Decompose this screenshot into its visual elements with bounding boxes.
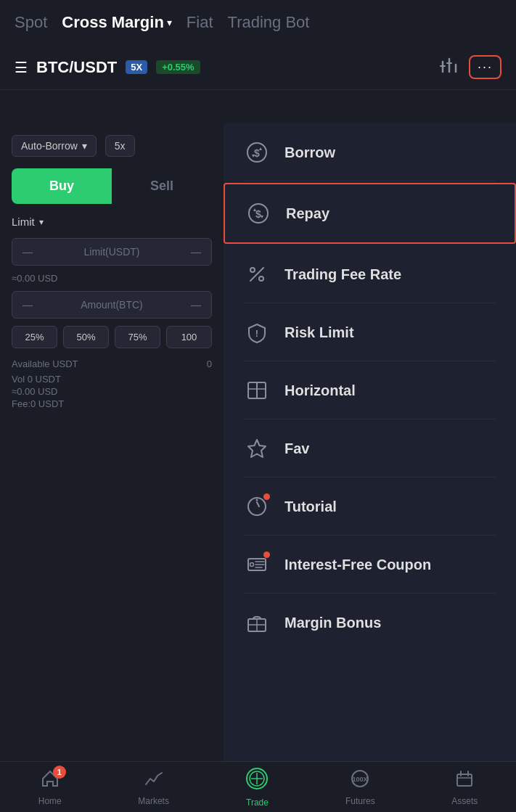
risk-limit-label: Risk Limit [284,324,354,341]
trade-tab-label: Trade [246,797,269,808]
amount-input-row[interactable]: — Amount(BTC) — [12,291,212,319]
svg-point-19 [256,499,258,501]
available-row: Available USDT 0 [12,358,212,369]
home-badge: 1 [53,766,66,779]
percent-icon [244,261,270,287]
menu-item-risk-limit[interactable]: ! Risk Limit [224,303,516,361]
nav-tab-markets[interactable]: Markets [138,768,169,806]
futures-tab-label: Futures [345,796,375,806]
trading-fee-rate-label: Trading Fee Rate [284,266,401,283]
svg-point-21 [250,563,254,567]
menu-item-borrow[interactable]: $ Borrow [224,123,516,181]
pct-25-button[interactable]: 25% [12,326,57,348]
buy-button[interactable]: Buy [12,168,112,204]
svg-line-11 [250,268,263,281]
pct-100-button[interactable]: 100 [166,326,212,348]
header-actions: ··· [440,55,501,79]
nav-cross-margin-label: Cross Margin [62,13,164,32]
nav-tab-futures[interactable]: 100X Futures [345,768,375,806]
horizontal-label: Horizontal [284,382,356,399]
svg-text:!: ! [255,328,258,339]
borrow-label: Borrow [284,144,335,161]
trading-pair[interactable]: BTC/USDT [36,58,117,77]
coupon-label: Interest-Free Coupon [284,557,431,573]
vol-row: Vol 0 USDT [12,374,212,385]
svg-text:$: $ [254,147,260,159]
svg-point-10 [259,276,263,281]
hamburger-icon[interactable]: ☰ [15,59,28,76]
svg-point-9 [250,268,255,272]
futures-icon: 100X [350,768,370,793]
menu-item-margin-bonus[interactable]: Margin Bonus [224,594,516,652]
risk-icon: ! [244,319,270,345]
minus-icon: — [22,299,33,311]
markets-tab-label: Markets [138,796,169,806]
nav-spot[interactable]: Spot [15,13,47,32]
order-type-label: Limit [12,216,35,228]
assets-tab-label: Assets [451,796,478,806]
horizontal-icon [244,377,270,403]
nav-fiat[interactable]: Fiat [187,13,213,32]
repay-label: Repay [286,205,329,222]
trade-panel: Auto-Borrow ▾ 5x Buy Sell Limit ▾ — Limi… [0,123,224,761]
bonus-label: Margin Bonus [284,615,381,631]
auto-borrow-button[interactable]: Auto-Borrow ▾ [12,135,97,157]
buy-sell-toggle: Buy Sell [12,168,212,204]
dropdown-menu: $ Borrow $ Repay Trading Fee [224,123,516,761]
plus-icon: — [191,246,201,258]
amount-input-label: Amount(BTC) [33,299,191,311]
auto-borrow-row: Auto-Borrow ▾ 5x [12,135,212,157]
svg-text:$: $ [255,208,261,220]
menu-item-tutorial[interactable]: Tutorial [224,477,516,536]
trade-icon [245,767,269,795]
bottom-navigation: 1 Home Markets Trade 100X [0,761,516,812]
svg-marker-16 [248,440,266,457]
order-type-row: Limit ▾ [12,216,212,228]
usd-approx: ≈0.00 USD [12,273,212,284]
menu-item-trading-fee-rate[interactable]: Trading Fee Rate [224,245,516,303]
assets-icon [454,768,475,793]
fav-label: Fav [284,440,309,457]
chevron-down-icon: ▾ [167,17,172,28]
menu-item-interest-free-coupon[interactable]: Interest-Free Coupon [224,536,516,594]
star-icon [244,435,270,462]
minus-icon: — [22,246,33,258]
coupon-icon [244,551,270,578]
pct-50-button[interactable]: 50% [63,326,109,348]
svg-text:100X: 100X [353,776,368,783]
svg-line-18 [257,502,259,507]
header-bar: ☰ BTC/USDT 5X +0.55% ··· [0,45,516,90]
more-button[interactable]: ··· [469,55,501,79]
markets-icon [144,768,164,793]
svg-rect-34 [457,774,472,786]
order-type-chevron: ▾ [39,217,44,227]
fee-row: Fee:0 USDT [12,398,212,409]
menu-item-fav[interactable]: Fav [224,419,516,477]
menu-item-repay[interactable]: $ Repay [224,183,516,244]
available-label: Available USDT [12,358,78,369]
limit-input-label: Limit(USDT) [33,246,191,258]
chevron-down-icon: ▾ [82,140,87,152]
leverage-selector[interactable]: 5x [105,135,135,157]
plus-icon: — [191,299,201,311]
available-value: 0 [207,358,212,369]
price-change: +0.55% [156,60,200,74]
tutorial-icon [244,493,270,520]
nav-trading-bot[interactable]: Trading Bot [228,13,310,32]
bonus-icon [244,610,270,636]
nav-cross-margin[interactable]: Cross Margin ▾ [62,13,172,32]
pct-75-button[interactable]: 75% [115,326,160,348]
borrow-icon: $ [244,139,270,165]
percentage-row: 25% 50% 75% 100 [12,326,212,348]
nav-tab-assets[interactable]: Assets [451,768,478,806]
vol-usd: ≈0.00 USD [12,386,212,397]
repay-icon: $ [245,200,271,226]
nav-tab-trade[interactable]: Trade [245,767,269,808]
menu-item-horizontal[interactable]: Horizontal [224,361,516,419]
top-navigation: Spot Cross Margin ▾ Fiat Trading Bot [0,0,516,45]
sell-button[interactable]: Sell [112,168,212,204]
limit-input-row[interactable]: — Limit(USDT) — [12,238,212,266]
chart-settings-icon[interactable] [440,56,459,79]
nav-tab-home[interactable]: 1 Home [38,768,62,806]
tutorial-label: Tutorial [284,499,337,515]
